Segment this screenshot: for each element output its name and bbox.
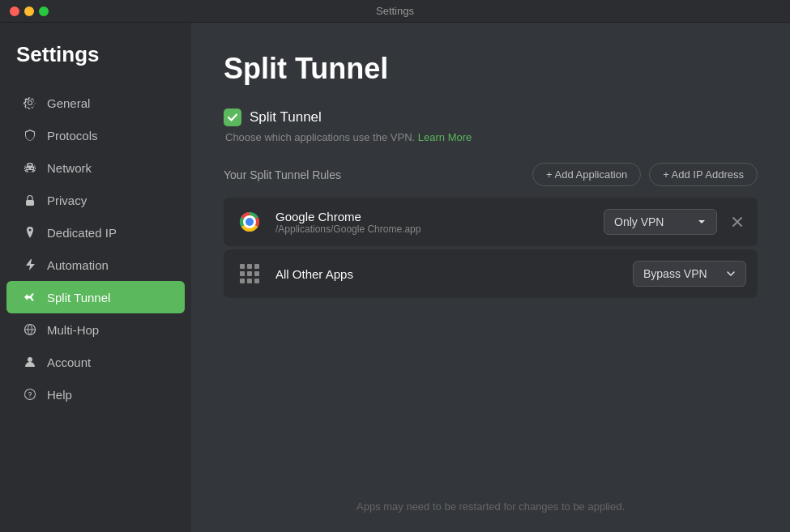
- chrome-app-name: Google Chrome: [275, 210, 592, 223]
- lightning-icon: [23, 257, 37, 272]
- split-tunnel-icon: [23, 290, 37, 304]
- sidebar-item-help[interactable]: Help: [6, 378, 185, 411]
- sidebar-label-multi-hop: Multi-Hop: [47, 323, 99, 337]
- split-tunnel-toggle-label: Split Tunnel: [250, 109, 322, 126]
- sidebar-label-dedicated-ip: Dedicated IP: [47, 226, 117, 240]
- split-tunnel-checkbox[interactable]: [224, 109, 241, 126]
- chrome-app-info: Google Chrome /Applications/Google Chrom…: [275, 210, 592, 235]
- rules-header: Your Split Tunnel Rules + Add Applicatio…: [224, 163, 758, 186]
- chrome-remove-button[interactable]: [728, 213, 746, 231]
- rules-section-title: Your Split Tunnel Rules: [224, 168, 341, 181]
- sidebar-label-general: General: [47, 96, 90, 110]
- sidebar-item-split-tunnel[interactable]: Split Tunnel: [6, 281, 185, 313]
- sidebar-heading: Settings: [0, 42, 191, 87]
- svg-rect-1: [26, 200, 34, 206]
- chrome-vpn-mode-select[interactable]: Only VPN: [604, 209, 717, 235]
- window-title: Settings: [376, 5, 414, 17]
- sidebar-item-network[interactable]: Network: [6, 151, 185, 184]
- table-row: Google Chrome /Applications/Google Chrom…: [224, 198, 758, 246]
- chrome-app-icon: [235, 207, 264, 236]
- sidebar-item-dedicated-ip[interactable]: Dedicated IP: [6, 216, 185, 249]
- sidebar-label-help: Help: [47, 388, 72, 402]
- sidebar-item-multi-hop[interactable]: Multi-Hop: [6, 313, 185, 346]
- split-tunnel-toggle-row: Split Tunnel: [224, 109, 758, 126]
- sidebar-item-protocols[interactable]: Protocols: [6, 119, 185, 151]
- sidebar-label-network: Network: [47, 161, 92, 175]
- close-icon: [732, 216, 743, 228]
- all-apps-vpn-mode-select[interactable]: Bypass VPN: [633, 261, 746, 287]
- sidebar: Settings General Protocols: [0, 23, 191, 532]
- all-apps-name: All Other Apps: [275, 267, 621, 281]
- user-icon: [23, 355, 37, 369]
- subtitle-row: Choose which applications use the VPN. L…: [224, 131, 758, 143]
- grid-icon: [240, 264, 259, 283]
- sidebar-item-privacy[interactable]: Privacy: [6, 184, 185, 216]
- learn-more-link[interactable]: Learn More: [418, 131, 472, 143]
- all-apps-info: All Other Apps: [275, 267, 621, 281]
- svg-point-9: [246, 218, 254, 226]
- minimize-button[interactable]: [24, 6, 34, 16]
- chrome-app-path: /Applications/Google Chrome.app: [275, 223, 592, 235]
- maximize-button[interactable]: [39, 6, 49, 16]
- gear-icon: [23, 96, 37, 110]
- sidebar-label-protocols: Protocols: [47, 129, 98, 143]
- add-application-button[interactable]: + Add Application: [532, 163, 641, 186]
- titlebar: Settings: [0, 0, 790, 23]
- globe-icon: [23, 322, 37, 337]
- dedicated-ip-icon: [23, 225, 37, 240]
- page-title: Split Tunnel: [224, 52, 758, 86]
- sidebar-item-automation[interactable]: Automation: [6, 249, 185, 281]
- chrome-vpn-mode-value: Only VPN: [614, 215, 664, 228]
- sidebar-label-account: Account: [47, 355, 91, 369]
- sidebar-item-account[interactable]: Account: [6, 346, 185, 378]
- table-row: All Other Apps Bypass VPN: [224, 249, 758, 298]
- subtitle-text: Choose which applications use the VPN.: [225, 131, 415, 143]
- all-apps-vpn-mode-value: Bypass VPN: [643, 267, 707, 280]
- footer-note: Apps may need to be restarted for change…: [224, 484, 758, 513]
- chevron-down-icon: [697, 217, 707, 227]
- main-panel: Split Tunnel Split Tunnel Choose which a…: [191, 23, 790, 532]
- rules-list: Google Chrome /Applications/Google Chrom…: [224, 198, 758, 298]
- header-action-buttons: + Add Application + Add IP Address: [532, 163, 758, 186]
- chevron-down-icon: [726, 269, 736, 279]
- sidebar-label-privacy: Privacy: [47, 194, 87, 207]
- sidebar-label-automation: Automation: [47, 258, 109, 272]
- help-icon: [23, 387, 37, 402]
- lock-icon: [23, 193, 37, 207]
- add-ip-address-button[interactable]: + Add IP Address: [649, 163, 758, 186]
- svg-point-4: [28, 357, 32, 362]
- shield-icon: [23, 128, 37, 143]
- network-icon: [23, 160, 37, 175]
- all-apps-icon: [235, 259, 264, 288]
- sidebar-label-split-tunnel: Split Tunnel: [47, 291, 110, 304]
- sidebar-item-general[interactable]: General: [6, 87, 185, 119]
- app-layout: Settings General Protocols: [0, 23, 790, 532]
- window-controls[interactable]: [10, 6, 49, 16]
- close-button[interactable]: [10, 6, 19, 16]
